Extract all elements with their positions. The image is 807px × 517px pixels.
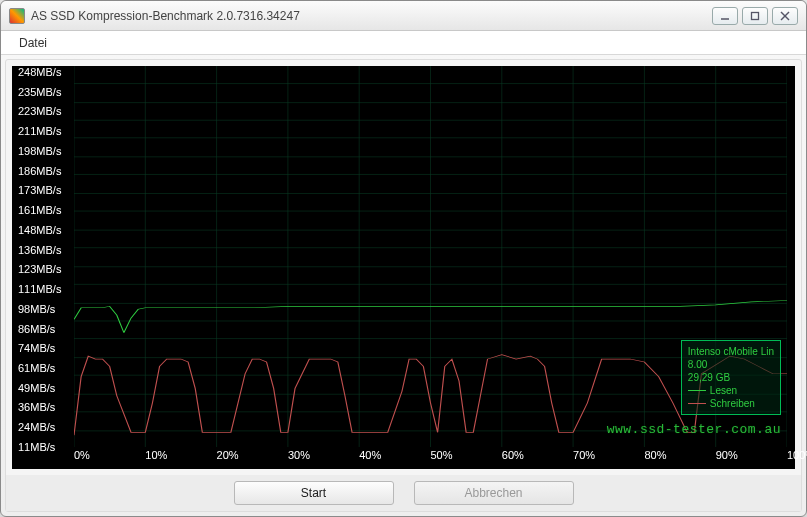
app-window: AS SSD Kompression-Benchmark 2.0.7316.34… xyxy=(0,0,807,517)
plot-area: 0%10%20%30%40%50%60%70%80%90%100% Intens… xyxy=(74,66,795,469)
abort-button[interactable]: Abbrechen xyxy=(414,481,574,505)
chart: 248MB/s235MB/s223MB/s211MB/s198MB/s186MB… xyxy=(12,66,795,469)
legend: Intenso cMobile Lin 8.00 29,29 GB Lesen … xyxy=(681,340,781,415)
titlebar[interactable]: AS SSD Kompression-Benchmark 2.0.7316.34… xyxy=(1,1,806,31)
app-icon xyxy=(9,8,25,24)
legend-write-row: Schreiben xyxy=(688,397,774,410)
close-button[interactable] xyxy=(772,7,798,25)
watermark: www.ssd-tester.com.au xyxy=(607,422,781,437)
x-axis: 0%10%20%30%40%50%60%70%80%90%100% xyxy=(74,449,787,467)
legend-device: Intenso cMobile Lin xyxy=(688,345,774,358)
legend-write-label: Schreiben xyxy=(710,397,755,410)
legend-read-swatch xyxy=(688,390,706,391)
start-button[interactable]: Start xyxy=(234,481,394,505)
minimize-button[interactable] xyxy=(712,7,738,25)
button-row: Start Abbrechen xyxy=(6,475,801,511)
menubar: Datei xyxy=(1,31,806,55)
legend-version: 8.00 xyxy=(688,358,774,371)
legend-write-swatch xyxy=(688,403,706,404)
menu-file[interactable]: Datei xyxy=(11,34,55,52)
maximize-button[interactable] xyxy=(742,7,768,25)
legend-read-row: Lesen xyxy=(688,384,774,397)
window-controls xyxy=(712,7,798,25)
window-title: AS SSD Kompression-Benchmark 2.0.7316.34… xyxy=(31,9,712,23)
legend-capacity: 29,29 GB xyxy=(688,371,774,384)
svg-rect-1 xyxy=(752,12,759,19)
main-panel: 248MB/s235MB/s223MB/s211MB/s198MB/s186MB… xyxy=(5,59,802,512)
y-axis: 248MB/s235MB/s223MB/s211MB/s198MB/s186MB… xyxy=(12,66,74,469)
legend-read-label: Lesen xyxy=(710,384,737,397)
